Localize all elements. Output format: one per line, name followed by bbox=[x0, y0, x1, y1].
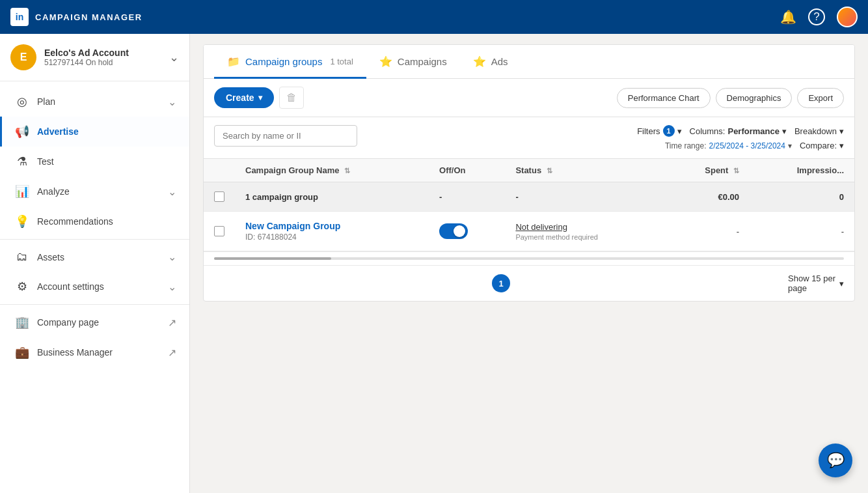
group-row-offon-cell: - bbox=[429, 182, 505, 212]
sidebar-item-label: Test bbox=[37, 156, 176, 167]
app-title: CAMPAIGN MANAGER bbox=[35, 12, 142, 22]
account-avatar: E bbox=[10, 44, 36, 70]
toolbar-left: Create ▾ 🗑 bbox=[214, 87, 304, 109]
filters-row-1: Filters 1 ▾ Columns: Performance ▾ Break… bbox=[637, 125, 844, 137]
compare-label: Compare: bbox=[800, 141, 837, 150]
breakdown-select[interactable]: Breakdown ▾ bbox=[794, 126, 844, 136]
sort-icon[interactable]: ⇅ bbox=[344, 167, 350, 175]
scroll-bar-container bbox=[204, 251, 854, 265]
page-number[interactable]: 1 bbox=[492, 274, 510, 292]
settings-icon: ⚙ bbox=[15, 279, 29, 294]
topnav-right: 🔔 ? bbox=[780, 7, 858, 27]
tab-campaigns[interactable]: ⭐ Campaigns bbox=[366, 45, 460, 79]
chat-fab-button[interactable]: 💬 bbox=[819, 444, 852, 477]
time-range-value[interactable]: 2/25/2024 - 3/25/2024 bbox=[709, 141, 785, 150]
chevron-down-icon: ⌄ bbox=[168, 281, 176, 293]
nav-divider bbox=[0, 239, 189, 240]
sidebar-item-assets[interactable]: 🗂 Assets ⌄ bbox=[0, 242, 189, 272]
account-id: 512797144 bbox=[44, 58, 83, 67]
demographics-button[interactable]: Demographics bbox=[716, 88, 793, 108]
notification-icon[interactable]: 🔔 bbox=[780, 9, 796, 25]
tab-ads[interactable]: ⭐ Ads bbox=[460, 45, 521, 79]
ads-icon: ⭐ bbox=[473, 55, 486, 68]
row-status-cell: Not delivering Payment method required bbox=[505, 212, 664, 251]
logo-text: in bbox=[16, 12, 23, 22]
tab-count: 1 total bbox=[330, 57, 353, 66]
sidebar-item-label: Plan bbox=[37, 96, 160, 107]
th-offon: Off/On bbox=[429, 159, 505, 182]
sidebar-item-label: Analyze bbox=[37, 186, 160, 197]
search-input[interactable] bbox=[214, 125, 357, 147]
performance-chart-button[interactable]: Performance Chart bbox=[617, 88, 711, 108]
row-name-cell: New Campaign Group ID: 674188024 bbox=[235, 212, 429, 251]
sidebar-item-advertise[interactable]: 📢 Advertise bbox=[0, 117, 189, 147]
account-header[interactable]: E Eelco's Ad Account 512797144 On hold ⌄ bbox=[0, 34, 189, 81]
sidebar-item-label: Assets bbox=[37, 252, 160, 262]
compare-select[interactable]: Compare: ▾ bbox=[800, 141, 844, 150]
sidebar-item-plan[interactable]: ◎ Plan ⌄ bbox=[0, 87, 189, 117]
nav-section: ◎ Plan ⌄ 📢 Advertise ⚗ Test 📊 Analyze ⌄ … bbox=[0, 81, 189, 373]
filter-count-badge: 1 bbox=[663, 125, 675, 137]
account-name: Eelco's Ad Account bbox=[44, 48, 161, 58]
toggle-knob bbox=[454, 225, 465, 237]
sidebar-item-label: Recommendations bbox=[37, 216, 176, 227]
group-row-name-cell: 1 campaign group bbox=[235, 182, 429, 212]
account-sub: 512797144 On hold bbox=[44, 58, 161, 67]
external-link-icon: ↗ bbox=[168, 346, 176, 359]
advertise-icon: 📢 bbox=[15, 124, 29, 139]
toolbar: Create ▾ 🗑 Performance Chart Demographic… bbox=[204, 79, 854, 117]
sidebar-item-account-settings[interactable]: ⚙ Account settings ⌄ bbox=[0, 272, 189, 302]
delete-icon: 🗑 bbox=[286, 92, 297, 103]
external-link-icon: ↗ bbox=[168, 317, 176, 329]
table-header: Campaign Group Name ⇅ Off/On Status ⇅ bbox=[204, 159, 854, 182]
campaign-groups-icon: 📁 bbox=[227, 55, 240, 68]
pagination: 1 Show 15 per page ▾ bbox=[204, 265, 854, 301]
campaign-toggle[interactable] bbox=[439, 223, 468, 239]
campaign-name-link[interactable]: New Campaign Group bbox=[245, 221, 418, 231]
filters-button[interactable]: Filters 1 ▾ bbox=[637, 125, 681, 137]
content-card: 📁 Campaign groups 1 total ⭐ Campaigns ⭐ … bbox=[203, 44, 855, 302]
user-avatar[interactable] bbox=[837, 7, 858, 27]
export-button[interactable]: Export bbox=[797, 88, 844, 108]
th-status: Status ⇅ bbox=[505, 159, 664, 182]
th-spent: Spent ⇅ bbox=[664, 159, 750, 182]
linkedin-logo[interactable]: in bbox=[10, 8, 29, 26]
assets-icon: 🗂 bbox=[15, 250, 29, 264]
chevron-down-icon: ⌄ bbox=[168, 251, 176, 263]
group-row-status-cell: - bbox=[505, 182, 664, 212]
main-content: 📁 Campaign groups 1 total ⭐ Campaigns ⭐ … bbox=[190, 34, 868, 493]
account-chevron-icon: ⌄ bbox=[169, 50, 179, 64]
filters-bar: Filters 1 ▾ Columns: Performance ▾ Break… bbox=[204, 117, 854, 159]
filters-right: Filters 1 ▾ Columns: Performance ▾ Break… bbox=[637, 125, 844, 150]
delete-button[interactable]: 🗑 bbox=[279, 87, 304, 109]
table-row: New Campaign Group ID: 674188024 Not del… bbox=[204, 212, 854, 251]
tab-campaign-groups[interactable]: 📁 Campaign groups 1 total bbox=[214, 45, 366, 79]
th-impressions: Impressio... bbox=[750, 159, 854, 182]
columns-label: Columns: bbox=[690, 126, 726, 136]
recommendations-icon: 💡 bbox=[15, 214, 29, 229]
nav-divider bbox=[0, 304, 189, 305]
sort-icon[interactable]: ⇅ bbox=[733, 167, 739, 175]
help-icon[interactable]: ? bbox=[808, 8, 825, 25]
sidebar: E Eelco's Ad Account 512797144 On hold ⌄… bbox=[0, 34, 190, 493]
sidebar-item-recommendations[interactable]: 💡 Recommendations bbox=[0, 206, 189, 236]
sort-icon[interactable]: ⇅ bbox=[547, 167, 552, 175]
status-label[interactable]: Not delivering bbox=[515, 222, 654, 232]
row-checkbox[interactable] bbox=[214, 226, 224, 236]
group-row-checkbox-cell bbox=[204, 182, 235, 212]
group-row-checkbox[interactable] bbox=[214, 191, 224, 202]
create-button[interactable]: Create ▾ bbox=[214, 87, 274, 108]
topnav-left: in CAMPAIGN MANAGER bbox=[10, 8, 142, 26]
scroll-bar-thumb[interactable] bbox=[214, 257, 331, 260]
row-spent-cell: - bbox=[664, 212, 750, 251]
table-container: Campaign Group Name ⇅ Off/On Status ⇅ bbox=[204, 159, 854, 251]
sidebar-item-business-manager[interactable]: 💼 Business Manager ↗ bbox=[0, 337, 189, 367]
columns-select[interactable]: Columns: Performance ▾ bbox=[690, 126, 787, 136]
per-page-label: Show 15 per page bbox=[788, 274, 835, 293]
chevron-down-icon: ⌄ bbox=[168, 96, 176, 108]
per-page-select[interactable]: Show 15 per page ▾ bbox=[788, 274, 844, 293]
sidebar-item-company-page[interactable]: 🏢 Company page ↗ bbox=[0, 307, 189, 337]
columns-value: Performance bbox=[727, 126, 779, 136]
sidebar-item-analyze[interactable]: 📊 Analyze ⌄ bbox=[0, 176, 189, 206]
sidebar-item-test[interactable]: ⚗ Test bbox=[0, 147, 189, 176]
